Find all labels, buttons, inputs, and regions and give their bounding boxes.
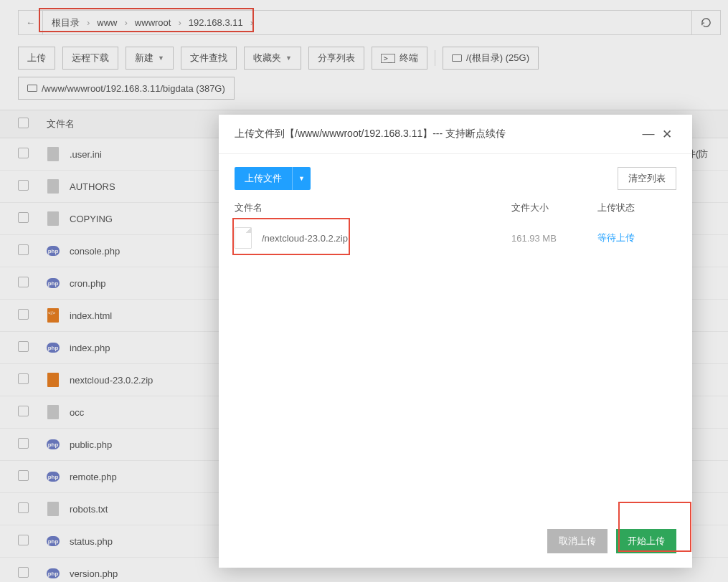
dialog-footer: 取消上传 开始上传 — [219, 517, 692, 568]
upload-col-status: 上传状态 — [597, 201, 676, 214]
upload-file-name: /nextcloud-23.0.2.zip — [262, 233, 511, 244]
dialog-title: 上传文件到【/www/wwwroot/192.168.3.11】--- 支持断点… — [235, 128, 639, 140]
dialog-toolbar: 上传文件 ▼ 清空列表 — [219, 154, 692, 197]
minimize-button[interactable]: — — [639, 127, 658, 141]
close-button[interactable]: ✕ — [658, 127, 676, 142]
caret-down-icon[interactable]: ▼ — [292, 167, 311, 190]
cancel-upload-button[interactable]: 取消上传 — [547, 529, 608, 553]
choose-file-label: 上传文件 — [235, 172, 292, 185]
file-icon — [235, 227, 252, 249]
upload-dialog: 上传文件到【/www/wwwroot/192.168.3.11】--- 支持断点… — [219, 115, 692, 568]
start-upload-button[interactable]: 开始上传 — [616, 529, 676, 553]
upload-col-size: 文件大小 — [511, 201, 597, 214]
upload-row[interactable]: /nextcloud-23.0.2.zip 161.93 MB 等待上传 — [219, 221, 692, 254]
clear-list-button[interactable]: 清空列表 — [618, 167, 676, 190]
upload-file-size: 161.93 MB — [511, 233, 597, 244]
upload-file-status: 等待上传 — [597, 232, 676, 244]
upload-table-header: 文件名 文件大小 上传状态 — [219, 197, 692, 221]
upload-col-name: 文件名 — [235, 201, 511, 214]
dialog-titlebar[interactable]: 上传文件到【/www/wwwroot/192.168.3.11】--- 支持断点… — [219, 115, 692, 154]
choose-file-button[interactable]: 上传文件 ▼ — [235, 167, 311, 190]
